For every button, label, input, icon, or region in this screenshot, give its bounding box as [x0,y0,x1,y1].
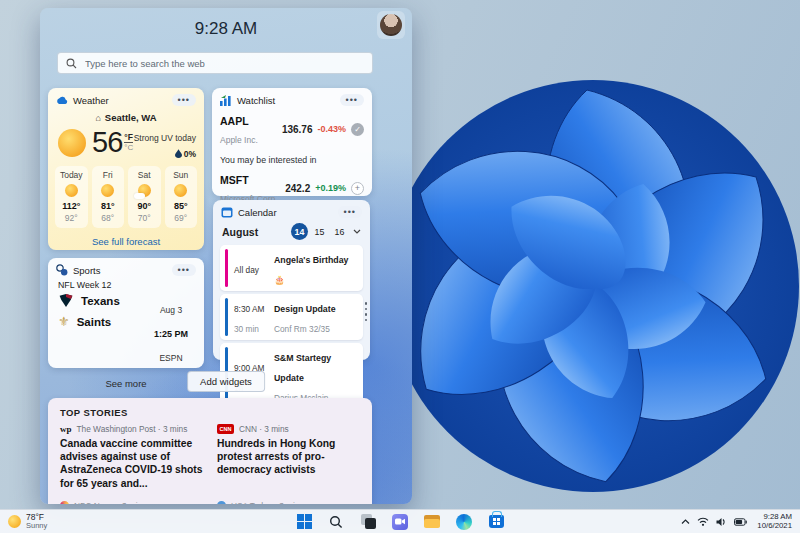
stock-change: +0.19% [315,183,346,193]
fahrenheit-toggle[interactable]: °F [124,133,133,144]
sports-menu-button[interactable]: ••• [172,264,196,276]
calendar-icon [221,206,233,218]
edge-button[interactable] [453,511,475,533]
story-meta: NBC News · 3 mins [74,501,146,504]
wifi-icon[interactable] [697,510,709,533]
stock-price: 242.2 [285,183,310,194]
windows-logo-icon [297,514,312,529]
taskbar-weather-widget[interactable]: 78°F Sunny [0,510,55,533]
see-more-link[interactable]: See more [48,378,204,389]
store-icon [489,515,504,528]
web-search[interactable] [57,52,373,74]
add-widgets-button[interactable]: Add widgets [187,371,265,392]
stock-company: Apple Inc. [220,135,258,145]
weather-cloud-icon [56,96,68,105]
news-story[interactable]: wp The Washington Post · 3 mins Canada v… [60,424,203,490]
sunny-icon [65,184,78,197]
event-color-bar [225,249,228,287]
watchlist-widget[interactable]: Watchlist ••• AAPL Apple Inc. 136.76 -0.… [212,88,372,196]
sunny-icon [174,184,187,197]
calendar-event[interactable]: All day Angela's Birthday 🎂 [220,245,363,291]
added-check-icon[interactable]: ✓ [351,123,364,136]
story-headline: Hundreds in Hong Kong protest arrests of… [217,437,360,477]
forecast-day[interactable]: Sun 85° 69° [165,166,198,228]
calendar-widget[interactable]: Calendar ••• August 14 15 16 All day [213,200,370,360]
task-view-button[interactable] [357,511,379,533]
scroll-indicator[interactable] [365,302,368,321]
news-story[interactable]: CNN CNN · 3 mins Hundreds in Hong Kong p… [217,424,360,490]
watchlist-title: Watchlist [237,95,335,106]
news-story[interactable]: USA Today · 3 mins [217,501,360,504]
texans-logo [58,293,74,308]
start-button[interactable] [293,511,315,533]
bloom-wallpaper-graphic [368,40,800,512]
taskbar: 78°F Sunny [0,509,800,533]
calendar-menu-button[interactable]: ••• [338,206,362,218]
search-icon [66,58,77,69]
celsius-toggle[interactable]: °C [124,144,133,152]
calendar-month: August [222,226,288,238]
stock-change: -0.43% [317,124,346,134]
droplet-icon [175,149,182,158]
home-icon: ⌂ [95,113,100,123]
precipitation-value: 0% [184,149,196,159]
forecast-day[interactable]: Sat 90° 70° [128,166,161,228]
nbc-news-icon [60,501,69,504]
date-pill[interactable]: 16 [331,223,348,240]
chat-icon [392,514,408,530]
team-row[interactable]: Texans [58,293,148,308]
add-stock-icon[interactable]: + [351,182,364,195]
avatar [380,14,402,36]
tray-date: 10/6/2021 [757,522,792,531]
news-story[interactable]: NBC News · 3 mins [60,501,203,504]
search-icon [329,515,343,529]
date-pill-selected[interactable]: 14 [291,223,308,240]
cnn-icon: CNN [217,424,234,434]
taskbar-search-button[interactable] [325,511,347,533]
forecast-day[interactable]: Today 112° 92° [55,166,88,228]
tray-chevron-up-icon[interactable] [681,510,690,533]
game-time: 1:25 PM [154,329,188,339]
top-stories-section: TOP STORIES wp The Washington Post · 3 m… [48,398,372,504]
sunny-icon [58,129,86,157]
chat-button[interactable] [389,511,411,533]
sunny-icon [101,184,114,197]
desktop: 9:28 AM Weather ••• ⌂ Seattle, WA [0,0,800,533]
team-row[interactable]: ⚜ Saints [58,315,148,328]
watchlist-suggestion-label: You may be interested in [212,151,372,167]
panel-clock: 9:28 AM [40,19,412,39]
weather-location: ⌂ Seattle, WA [48,112,204,123]
edge-icon [456,514,472,530]
forecast-day[interactable]: Fri 81° 68° [92,166,125,228]
stock-symbol: AAPL [220,115,249,127]
date-pill[interactable]: 15 [311,223,328,240]
calendar-event[interactable]: 8:30 AM 30 min Design Update Conf Rm 32/… [220,294,363,340]
store-button[interactable] [485,511,507,533]
washington-post-icon: wp [60,424,72,434]
sun-icon [8,515,21,528]
weather-menu-button[interactable]: ••• [172,94,196,106]
weather-condition: Strong UV today [134,133,196,143]
widgets-panel: 9:28 AM Weather ••• ⌂ Seattle, WA [40,8,412,504]
saints-logo: ⚜ [58,315,70,328]
story-headline: Canada vaccine committee advises against… [60,437,203,490]
sports-widget[interactable]: Sports ••• NFL Week 12 Texans ⚜ Saints [48,258,204,368]
watchlist-menu-button[interactable]: ••• [340,94,364,106]
weather-widget[interactable]: Weather ••• ⌂ Seattle, WA 56 °F °C Stron… [48,88,204,250]
folder-icon [424,515,440,528]
calendar-title: Calendar [238,207,333,218]
taskbar-weather-condition: Sunny [26,522,47,530]
volume-icon[interactable] [716,510,727,533]
battery-icon[interactable] [734,510,747,533]
see-full-forecast-link[interactable]: See full forecast [48,236,204,247]
stock-row[interactable]: AAPL Apple Inc. 136.76 -0.43% ✓ [212,108,372,151]
account-button[interactable] [377,11,405,39]
file-explorer-button[interactable] [421,511,443,533]
partly-cloudy-icon [138,184,151,197]
chevron-down-icon[interactable] [353,229,361,234]
tray-clock[interactable]: 9:28 AM 10/6/2021 [754,513,792,530]
sports-title: Sports [73,265,167,276]
story-meta: CNN · 3 mins [239,424,289,434]
usa-today-icon [217,501,226,504]
search-input[interactable] [83,57,364,70]
